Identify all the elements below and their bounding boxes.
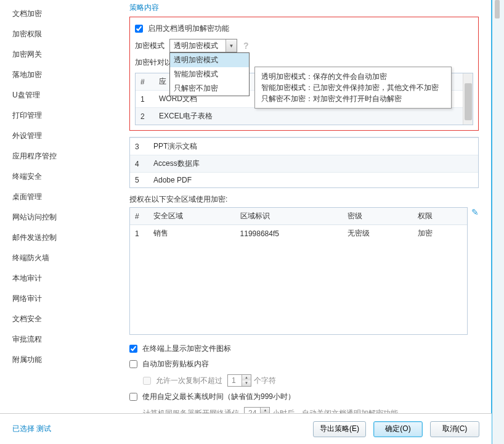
sidebar-item[interactable]: 加密权限 <box>12 24 117 44</box>
col: 区域标识 <box>235 208 343 225</box>
auto-clip-checkbox[interactable] <box>129 360 137 368</box>
sidebar: 文档加密 加密权限 加密网关 落地加密 U盘管理 打印管理 外设管理 应用程序管… <box>0 0 117 413</box>
offline-label: 使用自定义最长离线时间（缺省值为999小时） <box>142 392 295 402</box>
sidebar-item[interactable]: 落地加密 <box>12 65 117 85</box>
sidebar-item[interactable]: 文档安全 <box>12 309 117 329</box>
show-icon-checkbox[interactable] <box>129 345 137 353</box>
export-button[interactable]: 导出策略(E) <box>313 421 366 437</box>
cell: 3 <box>130 138 148 155</box>
sidebar-item[interactable]: 应用程序管控 <box>12 146 117 166</box>
mode-value: 透明加密模式 <box>170 41 226 51</box>
cell[interactable]: Adobe PDF <box>148 173 478 188</box>
cell[interactable]: 销售 <box>148 225 235 242</box>
zone-table: # 安全区域 区域标识 密级 权限 1 销售 11998684f5 无密级 加密 <box>129 207 468 335</box>
cell: 无密级 <box>343 225 413 242</box>
offline-checkbox[interactable] <box>129 393 137 401</box>
cell: 1 <box>136 91 154 108</box>
mode-option[interactable]: 只解密不加密 <box>170 81 249 96</box>
offline-value: 24 <box>245 409 260 413</box>
copy-limit-prefix: 允许一次复制不超过 <box>156 376 222 386</box>
auto-clip-label: 自动加密剪贴板内容 <box>142 359 209 369</box>
cell: 11998684f5 <box>235 225 343 242</box>
scrollbar[interactable] <box>463 73 473 125</box>
sidebar-item[interactable]: 审批流程 <box>12 329 117 350</box>
tooltip-line: 透明加密模式：保存的文件会自动加密 <box>261 71 445 82</box>
sidebar-item[interactable]: 终端防火墙 <box>12 248 117 268</box>
cell[interactable]: PPT演示文稿 <box>148 138 478 155</box>
sidebar-item[interactable]: 打印管理 <box>12 105 117 126</box>
copy-limit-checkbox <box>143 377 151 385</box>
col: 密级 <box>343 208 413 225</box>
sidebar-item[interactable]: 文档加密 <box>12 4 117 24</box>
cell[interactable]: EXCEL电子表格 <box>154 108 473 125</box>
tooltip-line: 智能加密模式：已加密文件保持加密，其他文件不加密 <box>261 82 445 93</box>
enable-checkbox[interactable] <box>135 25 143 33</box>
sidebar-item[interactable]: U盘管理 <box>12 85 117 105</box>
col-index: # <box>136 73 154 91</box>
mode-dropdown: 透明加密模式 智能加密模式 只解密不加密 <box>169 52 250 96</box>
section-title: 策略内容 <box>129 2 479 13</box>
sidebar-item[interactable]: 邮件发送控制 <box>12 228 117 248</box>
zone-label: 授权在以下安全区域使用加密: <box>129 194 479 205</box>
tooltip-line: 只解密不加密：对加密文件打开时自动解密 <box>261 93 445 104</box>
mode-label: 加密模式 <box>135 41 165 51</box>
spin-down-icon[interactable]: ▼ <box>242 380 251 386</box>
cell: 1 <box>130 225 148 242</box>
pencil-icon[interactable]: ✎ <box>471 207 479 217</box>
mode-option[interactable]: 智能加密模式 <box>170 67 249 81</box>
sidebar-item[interactable]: 外设管理 <box>12 126 117 146</box>
cell: 5 <box>130 173 148 188</box>
spin-up-icon[interactable]: ▲ <box>261 408 269 413</box>
copy-limit-value: 1 <box>228 376 242 385</box>
sidebar-item[interactable]: 附属功能 <box>12 350 117 370</box>
offline-suffix: 小时后，自动关闭文档透明加解密功能 <box>272 408 398 414</box>
zone-empty <box>130 242 467 334</box>
scroll-thumb[interactable] <box>465 83 472 120</box>
show-icon-label: 在终端上显示加密文件图标 <box>142 343 231 354</box>
cancel-button[interactable]: 取消(C) <box>430 421 479 437</box>
cell: 加密 <box>413 225 467 242</box>
enable-label: 启用文档透明加解密功能 <box>148 23 229 34</box>
app-table-rest: 3PPT演示文稿 4Access数据库 5Adobe PDF <box>129 137 479 188</box>
copy-limit-suffix: 个字符 <box>254 376 276 386</box>
content-panel: 策略内容 启用文档透明加解密功能 加密模式 透明加密模式 ▼ 透明加密模式 智能… <box>117 0 491 413</box>
copy-limit-spinner[interactable]: 1 ▲▼ <box>227 374 251 387</box>
sidebar-item[interactable]: 本地审计 <box>12 268 117 289</box>
spin-up-icon[interactable]: ▲ <box>242 375 251 380</box>
cell: 4 <box>130 155 148 173</box>
offline-spinner[interactable]: 24 ▲▼ <box>244 407 270 413</box>
chevron-down-icon[interactable]: ▼ <box>226 39 237 52</box>
sidebar-item[interactable]: 网站访问控制 <box>12 207 117 228</box>
offline-prefix: 计算机同服务器断开网络通信 <box>143 408 239 414</box>
col: # <box>130 208 148 225</box>
cell[interactable]: Access数据库 <box>148 155 478 173</box>
window-border <box>492 0 504 444</box>
ok-button[interactable]: 确定(O) <box>373 421 423 437</box>
sidebar-item[interactable]: 网络审计 <box>12 289 117 309</box>
sidebar-item[interactable]: 终端安全 <box>12 166 117 187</box>
highlight-region: 启用文档透明加解密功能 加密模式 透明加密模式 ▼ 透明加密模式 智能加密模式 … <box>129 17 479 131</box>
sidebar-item[interactable]: 加密网关 <box>12 44 117 65</box>
col: 安全区域 <box>148 208 235 225</box>
mode-select[interactable]: 透明加密模式 ▼ <box>169 39 237 52</box>
mode-option[interactable]: 透明加密模式 <box>170 53 249 67</box>
footer: 已选择 测试 导出策略(E) 确定(O) 取消(C) <box>0 413 492 444</box>
sidebar-item[interactable]: 桌面管理 <box>12 187 117 207</box>
col: 权限 <box>413 208 467 225</box>
cell: 2 <box>136 108 154 125</box>
help-icon[interactable]: ? <box>243 41 249 51</box>
target-label: 加密针对以 <box>135 57 172 68</box>
status-text: 已选择 测试 <box>12 424 51 434</box>
mode-tooltip: 透明加密模式：保存的文件会自动加密 智能加密模式：已加密文件保持加密，其他文件不… <box>254 67 452 109</box>
